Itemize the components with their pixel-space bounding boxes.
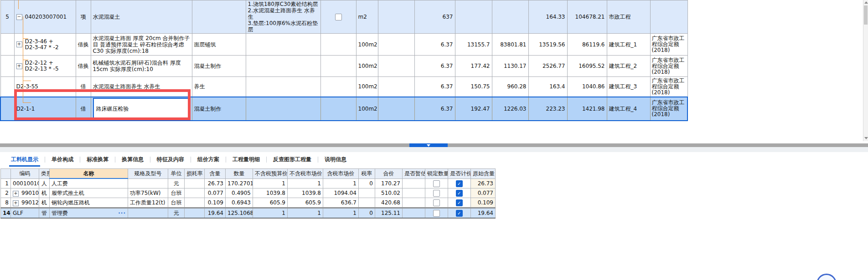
col-category: 机 bbox=[39, 188, 50, 198]
header-unit[interactable]: 单位 bbox=[168, 169, 185, 179]
col-features: 1.浇筑180厚C30素砼结构层 2.水泥混凝土路面养生 水养生 3.垫层:10… bbox=[246, 0, 320, 34]
expand-icon[interactable] bbox=[13, 191, 19, 197]
table-row-item[interactable]: 5 040203007001 项 水泥混凝土 1.浇筑180厚C30素砼结构层 … bbox=[0, 0, 687, 34]
col-features bbox=[246, 34, 320, 56]
col-is-temp bbox=[403, 178, 425, 188]
col-tax-market-price: 1 bbox=[323, 178, 359, 188]
lock-checkbox[interactable] bbox=[433, 199, 440, 206]
header-quantity[interactable]: 数量 bbox=[226, 169, 253, 179]
table-row-subitem[interactable]: D2-3-46 +D2-3-47 * -2 借换 水泥混凝土路面 厚度 20cm… bbox=[0, 34, 687, 56]
col-row-number: 14 bbox=[1, 208, 11, 219]
tab-unit-price-composition[interactable]: 单价构成 bbox=[45, 156, 80, 163]
priced-checkbox[interactable] bbox=[456, 190, 463, 197]
scroll-up-icon[interactable] bbox=[864, 1, 868, 4]
col-name: 钢轮内燃压路机 bbox=[50, 198, 128, 208]
resource-row[interactable]: 1 00010010 人 人工费 元 26.73 170.2701 1 1 1 … bbox=[1, 178, 496, 188]
priced-checkbox[interactable] bbox=[456, 210, 463, 217]
header-lock-qty[interactable]: 锁定数量 bbox=[425, 169, 448, 179]
col-type: 借换 bbox=[76, 56, 91, 77]
panel-splitter[interactable] bbox=[0, 143, 868, 147]
tab-quantity-detail[interactable]: 工程量明细 bbox=[226, 156, 266, 163]
col-total: 510.02 bbox=[375, 188, 403, 198]
lock-checkbox[interactable] bbox=[433, 210, 440, 217]
col-amount: 26.73 bbox=[205, 178, 226, 188]
col-blank bbox=[378, 77, 414, 97]
expand-icon[interactable] bbox=[13, 200, 19, 206]
col-type: 项 bbox=[76, 0, 91, 34]
col-features bbox=[246, 97, 320, 121]
col-specialty: 建筑工程_3 bbox=[607, 77, 650, 97]
col-loss-rate bbox=[185, 188, 205, 198]
header-code[interactable]: 编码 bbox=[11, 169, 39, 179]
expand-icon[interactable] bbox=[16, 41, 22, 47]
col-work: 面层铺筑 bbox=[192, 34, 246, 56]
header-is-priced[interactable]: 是否计价 bbox=[448, 169, 471, 179]
col-quantity: 0.4905 bbox=[226, 188, 253, 198]
header-tax-rate[interactable]: 税率 bbox=[359, 169, 375, 179]
tab-pricing-scheme[interactable]: 组价方案 bbox=[191, 156, 226, 163]
col-flag bbox=[320, 77, 356, 97]
col-row-number bbox=[0, 56, 14, 77]
header-tax-market-price[interactable]: 含税市场价 bbox=[323, 169, 359, 179]
expand-icon[interactable] bbox=[16, 63, 22, 69]
col-amount3: 104678.21 bbox=[567, 0, 607, 34]
col-quantity: 6.37 bbox=[414, 34, 455, 56]
col-price bbox=[455, 0, 492, 34]
col-amount: 0.077 bbox=[205, 188, 226, 198]
col-amount3: 1421.98 bbox=[567, 97, 607, 121]
col-loss-rate bbox=[185, 208, 205, 219]
lock-checkbox[interactable] bbox=[433, 180, 440, 187]
collapse-icon[interactable] bbox=[16, 14, 22, 20]
vertical-scrollbar[interactable] bbox=[863, 0, 868, 141]
col-amount2: 164.33 bbox=[528, 0, 567, 34]
header-spec[interactable]: 规格及型号 bbox=[128, 169, 168, 179]
header-amount[interactable]: 含量 bbox=[205, 169, 226, 179]
header-budget-price[interactable]: 不含税预算价 bbox=[253, 169, 288, 179]
tab-features-content[interactable]: 特征及内容 bbox=[150, 156, 191, 163]
col-spec: 工作质量12(t) bbox=[128, 198, 168, 208]
col-amount: 83801.81 bbox=[492, 34, 528, 56]
priced-checkbox[interactable] bbox=[456, 199, 463, 206]
col-total: 170.27 bbox=[375, 178, 403, 188]
tab-description-info[interactable]: 说明信息 bbox=[318, 156, 353, 163]
col-code: 00010010 bbox=[11, 178, 39, 188]
resource-row[interactable]: 8 990120030 机 钢轮内燃压路机 工作质量12(t) 台班 0.109… bbox=[1, 198, 496, 208]
resource-row[interactable]: 2 990101015 机 履带式推土机 功率75(kW) 台班 0.077 0… bbox=[1, 188, 496, 198]
resource-row-selected[interactable]: 14 GLF 管 管理费··· 元 19.64 125.1068 1 1 1 0… bbox=[1, 208, 496, 219]
scrollbar-thumb[interactable] bbox=[864, 5, 868, 25]
col-name: 水泥混凝土 bbox=[91, 0, 192, 34]
header-loss-rate[interactable]: 损耗率 bbox=[185, 169, 205, 179]
col-orig-amount: 19.64 bbox=[471, 208, 496, 219]
col-quota-library: 广东省市政工程综合定额(2018) bbox=[650, 34, 687, 56]
tab-conversion-info[interactable]: 换算信息 bbox=[115, 156, 150, 163]
lock-checkbox[interactable] bbox=[433, 190, 440, 197]
col-code: 040203007001 bbox=[14, 0, 76, 34]
header-category[interactable]: 类别 bbox=[39, 169, 50, 179]
col-quota-library bbox=[650, 0, 687, 34]
col-amount3: 1040.86 bbox=[567, 77, 607, 97]
header-market-price[interactable]: 不含税市场价 bbox=[288, 169, 323, 179]
col-budget-price: 605.9 bbox=[253, 198, 288, 208]
header-is-temp[interactable]: 是否暂估 bbox=[403, 169, 425, 179]
tab-labor-material-machine[interactable]: 工料机显示 bbox=[5, 156, 45, 163]
table-row-subitem[interactable]: D2-2-12 +D2-2-13 * -5 借换 机械铺筑水泥石屑(碎石)混合料… bbox=[0, 56, 687, 77]
priced-checkbox[interactable] bbox=[456, 180, 463, 187]
header-orig-amount[interactable]: 原始含量 bbox=[471, 169, 496, 179]
col-row-number bbox=[0, 97, 14, 121]
scroll-down-icon[interactable] bbox=[864, 137, 868, 139]
col-budget-price: 1 bbox=[253, 178, 288, 188]
col-quota-library: 广东省市政工程综合定额(2018) bbox=[650, 56, 687, 77]
labor-material-machine-table: 编码 类别 名称 规格及型号 单位 损耗率 含量 数量 不含税预算价 不含税市场… bbox=[0, 168, 496, 219]
col-tax-market-price: 636.7 bbox=[323, 198, 359, 208]
more-options-button[interactable]: ··· bbox=[118, 209, 126, 217]
checkbox[interactable] bbox=[335, 14, 342, 20]
col-row-number: 5 bbox=[0, 0, 14, 34]
col-amount: 19.64 bbox=[205, 208, 226, 219]
tab-standard-conversion[interactable]: 标准换算 bbox=[80, 156, 115, 163]
splitter-collapse-handle[interactable] bbox=[409, 143, 448, 147]
header-name[interactable]: 名称 bbox=[50, 169, 128, 179]
floating-assistant-button[interactable] bbox=[816, 274, 837, 280]
col-name: 履带式推土机 bbox=[50, 188, 128, 198]
header-total[interactable]: 合价 bbox=[375, 169, 403, 179]
tab-check-graphic-quantity[interactable]: 反查图形工程量 bbox=[267, 156, 318, 163]
